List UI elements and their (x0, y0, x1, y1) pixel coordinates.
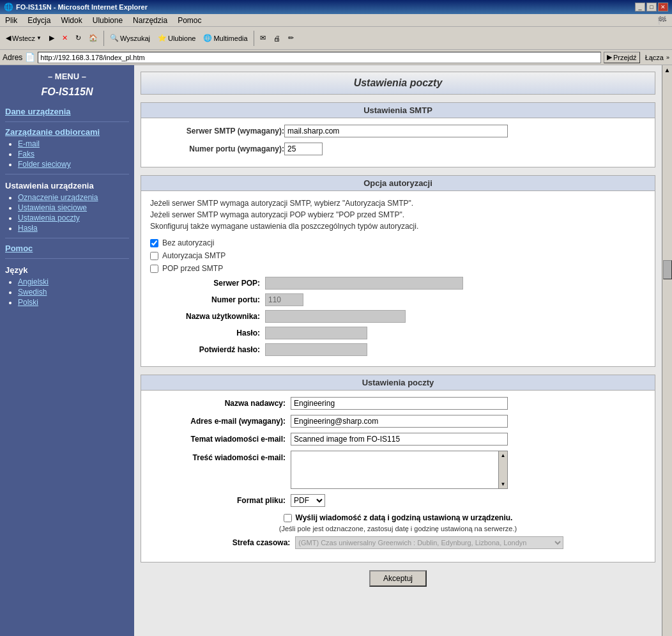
smtp-auth-checkbox[interactable] (150, 252, 158, 260)
sidebar-item-oznaczenie[interactable]: Oznaczenie urządzenia (18, 193, 98, 202)
back-button[interactable]: ◀ Wstecz ▼ (3, 29, 45, 48)
smtp-server-input[interactable] (284, 125, 508, 137)
window-title: FO-IS115N - Microsoft Internet Explorer (16, 3, 148, 11)
sender-name-row: Nazwa nadawcy: (150, 397, 646, 410)
menu-pomoc[interactable]: Pomoc (175, 15, 204, 26)
stop-icon: ✕ (62, 34, 68, 42)
edit-button[interactable]: ✏ (285, 29, 297, 48)
timestamp-row: Wyślij wiadomość z datą i godziną ustawi… (150, 513, 646, 522)
address-input[interactable] (38, 52, 601, 63)
pop-user-input (265, 310, 406, 323)
pop-server-input (265, 277, 463, 290)
menu-ulubione[interactable]: Ulubione (90, 15, 125, 26)
menu-narzedzia[interactable]: Narzędzia (130, 15, 170, 26)
pop-auth-label: POP przed SMTP (162, 264, 223, 273)
menu-edycja[interactable]: Edycja (25, 15, 53, 26)
email-row: Adres e-mail (wymagany): (150, 415, 646, 428)
close-button[interactable]: ✕ (658, 3, 668, 12)
scrollbar-up-button[interactable]: ▲ (501, 453, 506, 458)
sidebar-item-ustawienia-poczty[interactable]: Ustawienia poczty (18, 213, 80, 222)
no-auth-checkbox[interactable] (150, 239, 158, 247)
stop-button[interactable]: ✕ (59, 29, 71, 48)
auth-desc-line2: Jeżeli serwer SMTP wymaga autoryzacji PO… (150, 210, 404, 219)
page-scroll-up[interactable]: ▲ (663, 65, 672, 75)
sidebar-item-folder-sieciowy[interactable]: Folder sieciowy (18, 160, 71, 169)
format-label: Format pliku: (150, 496, 291, 505)
go-button[interactable]: ▶ Przejdź (604, 52, 640, 63)
pop-server-row: Serwer POP: (163, 277, 646, 290)
pop-fields: Serwer POP: Numer portu: Nazwa użytkowni… (163, 277, 646, 356)
forward-button[interactable]: ▶ (46, 29, 57, 48)
mail-section: Ustawienia poczty Nazwa nadawcy: Adres e… (141, 375, 655, 562)
address-bar: Adres 📄 ▶ Przejdź Łącza » (0, 50, 672, 65)
sender-name-input[interactable] (291, 397, 508, 410)
smtp-port-row: Numer portu (wymagany): (150, 143, 646, 155)
separator-1 (103, 31, 104, 46)
sidebar-item-hasla[interactable]: Hasła (18, 224, 38, 233)
sidebar-item-faks[interactable]: Faks (18, 150, 34, 159)
format-select[interactable]: PDF TIFF JPEG (291, 494, 325, 507)
email-input[interactable] (291, 415, 508, 428)
mail-content: Nazwa nadawcy: Adres e-mail (wymagany): … (141, 391, 655, 562)
timezone-row: Strefa czasowa: (GMT) Czas uniwersalny G… (150, 536, 646, 549)
pop-user-label: Nazwa użytkownika: (163, 312, 265, 321)
sidebar-device-settings-title: Ustawienia urządzenia (5, 181, 129, 190)
search-button[interactable]: 🔍 Wyszukaj (107, 29, 153, 48)
page-scrollbar: ▲ ▼ (662, 65, 672, 636)
main-container: – MENU – FO-IS115N Dane urządzenia Zarzą… (0, 65, 672, 636)
timestamp-section: Wyślij wiadomość z datą i godziną ustawi… (150, 513, 646, 549)
print-icon: 🖨 (273, 35, 280, 42)
sidebar-item-pomoc[interactable]: Pomoc (5, 244, 129, 253)
smtp-section: Ustawienia SMTP Serwer SMTP (wymagany): … (141, 102, 655, 167)
address-label: Adres (3, 53, 22, 62)
pop-auth-row: POP przed SMTP (150, 264, 646, 273)
media-button[interactable]: 🌐 Multimedia (200, 29, 250, 48)
sidebar-device-name: FO-IS115N (5, 86, 129, 98)
pop-port-row: Numer portu: (163, 293, 646, 306)
browser-icon: 🌐 (4, 3, 13, 12)
scrollbar-down-button[interactable]: ▼ (501, 481, 506, 487)
sidebar-item-ustawienia-sieciowe[interactable]: Ustawienia sieciowe (18, 203, 87, 212)
sidebar-item-dane-urzadzenia[interactable]: Dane urządzenia (5, 107, 129, 116)
no-auth-row: Bez autoryzacji (150, 238, 646, 247)
sidebar-language-title: Język (5, 265, 129, 275)
toolbar: ◀ Wstecz ▼ ▶ ✕ ↻ 🏠 🔍 Wyszukaj ⭐ Ulubione… (0, 27, 672, 50)
sidebar-item-swedish[interactable]: Swedish (18, 288, 47, 297)
menu-widok[interactable]: Widok (58, 15, 84, 26)
sidebar-item-polski[interactable]: Polski (18, 298, 38, 307)
menu-plik[interactable]: Plik (3, 15, 20, 26)
favorites-button[interactable]: ⭐ Ulubione (155, 29, 199, 48)
accept-button[interactable]: Akceptuj (369, 570, 427, 587)
body-textarea[interactable] (291, 451, 498, 488)
links-expand-icon[interactable]: » (666, 54, 669, 61)
minimize-button[interactable]: _ (635, 3, 645, 12)
pop-auth-checkbox[interactable] (150, 265, 158, 273)
body-scrollbar[interactable]: ▲ ▼ (498, 451, 507, 488)
home-button[interactable]: 🏠 (86, 29, 101, 48)
dropdown-icon[interactable]: ▼ (36, 35, 42, 41)
auth-description: Jeżeli serwer SMTP wymaga autoryzacji SM… (150, 198, 646, 232)
recipients-list: E-mail Faks Folder sieciowy (5, 139, 129, 169)
back-icon: ◀ (6, 34, 11, 42)
smtp-port-input[interactable] (284, 143, 323, 155)
sidebar-item-zarzadzanie-odbiorcami[interactable]: Zarządzanie odbiorcami (5, 127, 129, 137)
sidebar-item-angielski[interactable]: Angielski (18, 277, 49, 286)
scroll-thumb[interactable] (663, 260, 672, 279)
subject-label: Temat wiadomości e-mail: (150, 435, 291, 444)
divider-3 (5, 238, 129, 238)
go-arrow-icon: ▶ (607, 53, 612, 61)
auth-section: Opcja autoryzacji Jeżeli serwer SMTP wym… (141, 175, 655, 367)
forward-icon: ▶ (49, 34, 54, 42)
mail-icon: ✉ (260, 34, 266, 42)
pop-port-label: Numer portu: (163, 295, 265, 304)
email-label: Adres e-mail (wymagany): (150, 417, 291, 426)
maximize-button[interactable]: □ (646, 3, 657, 12)
refresh-button[interactable]: ↻ (72, 29, 84, 48)
smtp-content: Serwer SMTP (wymagany): Numer portu (wym… (141, 118, 655, 167)
print-button[interactable]: 🖨 (270, 29, 284, 48)
timestamp-checkbox[interactable] (284, 514, 292, 522)
subject-input[interactable] (291, 433, 508, 446)
mail-button[interactable]: ✉ (257, 29, 269, 48)
window-controls[interactable]: _ □ ✕ (635, 3, 668, 12)
sidebar-item-email[interactable]: E-mail (18, 139, 40, 148)
